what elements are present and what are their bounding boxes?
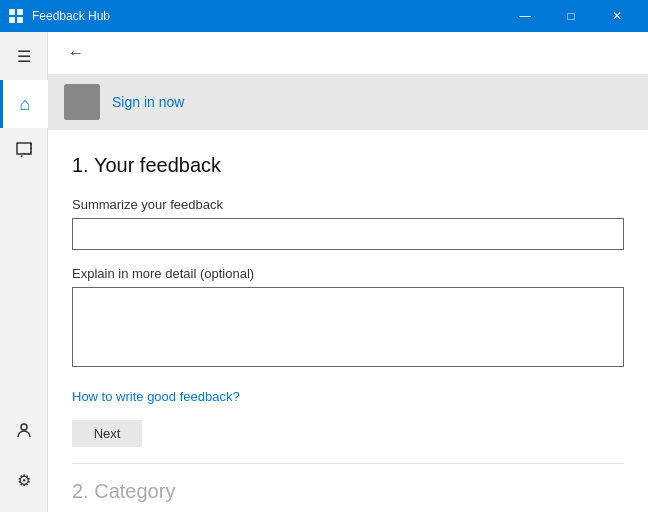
next-button[interactable]: Next [72,420,142,447]
feedback-icon [14,140,34,164]
home-icon: ⌂ [20,94,31,115]
summary-field-group: Summarize your feedback [72,197,624,250]
app-icon [8,8,24,24]
hamburger-icon: ☰ [17,47,31,66]
person-icon [15,421,33,443]
close-button[interactable]: ✕ [594,0,640,32]
summary-input[interactable] [72,218,624,250]
feedback-section: 1. Your feedback Summarize your feedback… [48,138,648,463]
avatar [64,84,100,120]
summary-label: Summarize your feedback [72,197,624,212]
sidebar: ☰ ⌂ ⚙ [0,32,48,512]
svg-point-4 [21,424,27,430]
back-button[interactable]: ← [64,40,88,66]
sign-in-bar: Sign in now [48,74,648,130]
detail-textarea[interactable] [72,287,624,367]
sidebar-feedback-button[interactable] [0,128,48,176]
svg-rect-0 [9,9,15,15]
sidebar-settings-button[interactable]: ⚙ [0,456,48,504]
detail-label: Explain in more detail (optional) [72,266,624,281]
sidebar-account-button[interactable] [0,408,48,456]
back-icon: ← [68,44,84,61]
svg-rect-2 [9,17,15,23]
svg-rect-1 [17,9,23,15]
sign-in-link[interactable]: Sign in now [112,94,184,110]
svg-rect-3 [17,17,23,23]
settings-icon: ⚙ [17,471,31,490]
sidebar-hamburger-button[interactable]: ☰ [0,32,48,80]
section-2-title: 2. Category [48,464,648,512]
title-bar: Feedback Hub — □ ✕ [0,0,648,32]
section-1-title: 1. Your feedback [72,154,624,177]
window-controls: — □ ✕ [502,0,640,32]
main-content: ← Sign in now 1. Your feedback Summarize… [48,32,648,512]
minimize-button[interactable]: — [502,0,548,32]
window-title: Feedback Hub [32,9,502,23]
next-button-row: Next [72,420,624,447]
sidebar-bottom: ⚙ [0,408,48,512]
detail-field-group: Explain in more detail (optional) [72,266,624,371]
maximize-button[interactable]: □ [548,0,594,32]
help-link[interactable]: How to write good feedback? [72,389,240,404]
sidebar-home-button[interactable]: ⌂ [0,80,48,128]
app-container: ☰ ⌂ ⚙ [0,32,648,512]
back-button-area: ← [48,32,648,74]
